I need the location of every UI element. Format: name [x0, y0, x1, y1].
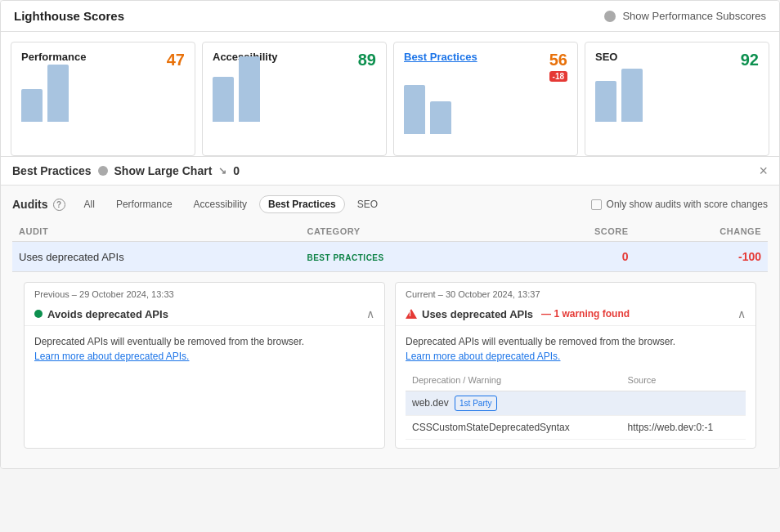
best-practices-title[interactable]: Best Practices [404, 51, 477, 63]
audits-right: Only show audits with score changes [591, 199, 768, 210]
bp-delta: 0 [233, 164, 240, 177]
right-learn-more-link[interactable]: Learn more about deprecated APIs. [406, 351, 560, 362]
filter-tabs: All Performance Accessibility Best Pract… [75, 195, 387, 213]
table-row[interactable]: Uses deprecated APIs BEST PRACTICES 0 -1… [12, 242, 768, 272]
accessibility-bar-1 [213, 77, 234, 122]
seo-title: SEO [595, 51, 617, 63]
bp-toolbar: Best Practices Show Large Chart ↘ 0 × [1, 157, 779, 186]
page-title: Lighthouse Scores [14, 9, 124, 23]
score-card-best-practices[interactable]: Best Practices 56 -18 [393, 42, 578, 156]
subscores-label[interactable]: Show Performance Subscores [622, 10, 766, 22]
right-panel-body: Deprecated APIs will eventually be remov… [396, 326, 755, 448]
audits-section: Audits ? All Performance Accessibility B… [1, 186, 779, 468]
accessibility-bar-2 [239, 56, 260, 122]
left-detail-panel: Previous – 29 October 2024, 13:33 Avoids… [24, 282, 385, 449]
table-row: web.dev 1st Party [406, 391, 746, 415]
table-row: CSSCustomStateDeprecatedSyntax https://w… [406, 415, 746, 439]
filter-performance[interactable]: Performance [107, 195, 182, 213]
detail-panels: Previous – 29 October 2024, 13:33 Avoids… [12, 272, 768, 458]
inner-col-deprecation: Deprecation / Warning [406, 370, 621, 391]
seo-score: 92 [741, 51, 759, 69]
score-card-accessibility: Accessibility 89 [202, 42, 387, 156]
audits-header: Audits ? All Performance Accessibility B… [12, 195, 768, 213]
inner-row-2-source: https://web.dev:0:-1 [621, 415, 746, 439]
inner-row-2-name: CSSCustomStateDeprecatedSyntax [406, 415, 621, 439]
score-cards-row: Performance 47 Accessibility 89 Best Pra… [1, 32, 779, 157]
right-collapse-arrow[interactable]: ∧ [737, 307, 746, 320]
accessibility-chart [213, 76, 376, 125]
pass-icon [34, 310, 43, 318]
right-panel-title-block: Uses deprecated APIs — 1 warning found [406, 308, 630, 320]
fail-icon [406, 309, 417, 319]
filter-accessibility[interactable]: Accessibility [185, 195, 256, 213]
bp-show-large-chart[interactable]: Show Large Chart [114, 164, 213, 177]
score-card-seo: SEO 92 [585, 42, 769, 156]
right-body-text: Deprecated APIs will eventually be remov… [406, 336, 675, 347]
first-party-badge: 1st Party [455, 396, 496, 411]
best-practices-bar-2 [430, 101, 451, 134]
best-practices-score: 56 [549, 51, 567, 69]
seo-bar-2 [621, 69, 643, 122]
right-panel-header: Uses deprecated APIs — 1 warning found ∧ [396, 302, 755, 326]
close-button[interactable]: × [759, 163, 768, 178]
left-body-text: Deprecated APIs will eventually be remov… [34, 336, 304, 347]
performance-bar-2 [47, 65, 69, 122]
right-panel-title: Uses deprecated APIs [422, 308, 533, 320]
header-controls: Show Performance Subscores [604, 10, 766, 22]
subscores-toggle-icon[interactable] [604, 11, 616, 22]
left-panel-label: Previous – 29 October 2024, 13:33 [25, 283, 384, 302]
performance-title: Performance [21, 51, 86, 63]
audits-title-block: Audits ? [12, 198, 65, 211]
warning-text: — 1 warning found [541, 308, 630, 320]
right-panel-label: Current – 30 October 2024, 13:37 [396, 283, 755, 302]
filter-all[interactable]: All [75, 195, 104, 213]
left-collapse-arrow[interactable]: ∧ [366, 307, 374, 320]
performance-bar-1 [21, 89, 43, 122]
bp-chart-toggle[interactable] [98, 166, 108, 176]
best-practices-score-block: 56 -18 [549, 51, 567, 82]
score-changes-checkbox[interactable] [591, 199, 602, 210]
left-panel-title-block: Avoids deprecated APIs [34, 308, 168, 320]
audit-change: -100 [635, 242, 768, 272]
inner-col-source: Source [621, 370, 746, 391]
left-panel-header: Avoids deprecated APIs ∧ [25, 302, 384, 326]
performance-chart [21, 76, 185, 125]
best-practices-chart [404, 88, 567, 137]
audit-category: BEST PRACTICES [307, 253, 383, 262]
audits-help-icon[interactable]: ? [53, 199, 65, 211]
left-learn-more-link[interactable]: Learn more about deprecated APIs. [34, 351, 189, 362]
col-score: SCORE [520, 221, 634, 242]
inner-row-1-source [621, 391, 746, 415]
inner-row-1-name: web.dev 1st Party [406, 391, 621, 415]
left-panel-title: Avoids deprecated APIs [47, 308, 168, 320]
col-category: CATEGORY [300, 221, 520, 242]
score-card-performance: Performance 47 [11, 42, 195, 156]
audit-score: 0 [520, 242, 634, 272]
audit-name: Uses deprecated APIs [12, 242, 300, 272]
lighthouse-header: Lighthouse Scores Show Performance Subsc… [1, 1, 779, 32]
audits-label: Audits [12, 198, 48, 211]
best-practices-bar-1 [404, 85, 425, 134]
col-audit: AUDIT [12, 221, 300, 242]
seo-bar-1 [595, 81, 616, 122]
best-practices-badge: -18 [549, 71, 567, 82]
bp-trend-icon: ↘ [218, 165, 226, 177]
left-panel-body: Deprecated APIs will eventually be remov… [25, 326, 384, 372]
audit-table: AUDIT CATEGORY SCORE CHANGE Uses depreca… [12, 221, 768, 272]
seo-chart [595, 76, 759, 125]
performance-score: 47 [167, 51, 185, 69]
filter-best-practices[interactable]: Best Practices [259, 195, 345, 213]
right-detail-panel: Current – 30 October 2024, 13:37 Uses de… [395, 282, 756, 449]
accessibility-score: 89 [358, 51, 376, 69]
inner-table: Deprecation / Warning Source web.dev 1st… [406, 370, 746, 440]
bp-toolbar-left: Best Practices Show Large Chart ↘ 0 [12, 164, 240, 177]
score-changes-label[interactable]: Only show audits with score changes [607, 199, 768, 210]
filter-seo[interactable]: SEO [348, 195, 387, 213]
col-change: CHANGE [635, 221, 768, 242]
bp-toolbar-title: Best Practices [12, 164, 92, 177]
